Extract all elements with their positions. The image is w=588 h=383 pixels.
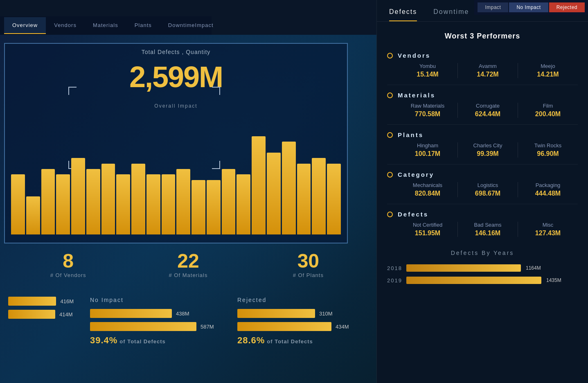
chart-bar [86, 169, 100, 234]
year-label: 2019 [387, 277, 401, 284]
category-section-plants: PlantsHingham100.17MCharles City99.39MTw… [377, 128, 588, 161]
cat-dot-vendors [387, 53, 393, 59]
chart-bar [222, 169, 236, 234]
cat-item-name: Yombu [398, 63, 457, 69]
list-item: Logistics698.67M [458, 182, 518, 197]
nav-item-vendors[interactable]: Vendors [46, 17, 85, 34]
stat-plants: 30 # Of Plants [248, 250, 368, 278]
impact-section: 416M 414M No Impact 438M 587M 39.4% of T… [0, 293, 376, 350]
category-section-defects: DefectsNot Certified151.95MBad Seams146.… [377, 207, 588, 240]
tab-defects[interactable]: Defects [389, 8, 417, 21]
chart-bar [116, 174, 130, 234]
chart-bar [26, 196, 40, 234]
category-divider [387, 204, 578, 204]
year-bar [406, 264, 521, 272]
cat-name-plants: Plants [398, 131, 424, 138]
chart-bar [267, 153, 281, 234]
cat-item-name: Mechanicals [398, 182, 457, 188]
list-item: Yombu15.14M [398, 63, 458, 78]
impact-col: 416M 414M [0, 293, 82, 350]
cat-dot-materials [387, 92, 393, 98]
cat-item-name: Raw Materials [398, 103, 457, 109]
rejected-btn[interactable]: Rejected [549, 2, 585, 12]
nav-item-downtime[interactable]: DowntimeImpact [160, 17, 222, 34]
no-impact-bar-row-1: 438M [90, 309, 221, 318]
year-row: 20191435M [387, 277, 578, 284]
impact-bar-1 [8, 297, 56, 306]
vendors-number: 8 [8, 250, 128, 272]
chart-bar [282, 142, 296, 234]
cat-items-vendors: Yombu15.14MAvamm14.72MMeejo14.21M [387, 63, 578, 78]
no-impact-bar-value-1: 438M [176, 311, 189, 317]
left-panel: Total Defects , Quantity 2,599M Overall … [0, 35, 376, 383]
chart-subtitle: Overall Impact [154, 103, 197, 109]
cat-item-name: Avamm [458, 63, 518, 69]
no-impact-pct-value: 39.4% [90, 335, 117, 345]
list-item: Raw Materials770.58M [398, 103, 458, 118]
cat-items-materials: Raw Materials770.58MCorrugate624.44MFilm… [387, 103, 578, 118]
no-impact-btn[interactable]: No Impact [509, 2, 548, 12]
years-section: Defects By Years 20181164M20191435M [377, 243, 588, 295]
year-value: 1435M [546, 277, 561, 283]
top-bar: Impact No Impact Rejected [474, 0, 588, 15]
tab-downtime[interactable]: Downtime [433, 8, 469, 21]
categories-container: VendorsYombu15.14MAvamm14.72MMeejo14.21M… [377, 49, 588, 240]
years-container: 20181164M20191435M [387, 264, 578, 284]
impact-btn[interactable]: Impact [478, 2, 508, 12]
impact-bar-value-1: 416M [60, 298, 74, 304]
stat-materials: 22 # Of Materials [128, 250, 248, 278]
rejected-col: Rejected 310M 434M 28.6% of Total Defect… [229, 293, 376, 350]
cat-dot-defects [387, 212, 393, 217]
no-impact-pct-label: of Total Defects [119, 338, 166, 345]
chart-bar [56, 174, 70, 234]
stat-vendors: 8 # Of Vendors [8, 250, 128, 278]
cat-item-value: 96.90M [518, 150, 578, 158]
category-divider [387, 85, 578, 85]
list-item: Bad Seams146.16M [458, 222, 518, 237]
cat-item-value: 770.58M [398, 110, 457, 118]
cat-items-defects: Not Certified151.95MBad Seams146.16MMisc… [387, 222, 578, 237]
materials-label: # Of Materials [128, 272, 248, 278]
impact-bar-row-1: 416M [8, 297, 74, 306]
nav-item-materials[interactable]: Materials [85, 17, 126, 34]
cat-item-name: Corrugate [458, 103, 518, 109]
chart-total-value: 2,599M [129, 60, 223, 94]
list-item: Twin Rocks96.90M [518, 142, 578, 158]
chart-bar [297, 164, 311, 234]
list-item: Corrugate624.44M [458, 103, 518, 118]
cat-item-name: Film [518, 103, 578, 109]
cat-item-name: Logistics [458, 182, 518, 188]
year-label: 2018 [387, 265, 401, 271]
chart-bar [312, 158, 326, 234]
category-section-materials: MaterialsRaw Materials770.58MCorrugate62… [377, 88, 588, 121]
category-divider [387, 124, 578, 125]
nav-item-overview[interactable]: Overview [4, 17, 46, 34]
cat-name-defects: Defects [398, 211, 428, 218]
list-item: Misc127.43M [518, 222, 578, 237]
plants-number: 30 [248, 250, 368, 272]
year-value: 1164M [526, 265, 541, 271]
rejected-pct-value: 28.6% [237, 335, 265, 345]
chart-bar [207, 180, 221, 234]
chart-bar [237, 174, 250, 234]
rejected-bar-value-1: 310M [319, 311, 333, 317]
rejected-bar-row-2: 434M [237, 322, 368, 331]
cat-dot-plants [387, 132, 393, 138]
nav-item-plants[interactable]: Plants [126, 17, 160, 34]
category-divider [387, 164, 578, 164]
cat-dot-category [387, 172, 393, 178]
cat-item-name: Packaging [518, 182, 578, 188]
cat-item-value: 200.40M [518, 110, 578, 118]
cat-item-value: 100.17M [398, 150, 457, 158]
no-impact-col: No Impact 438M 587M 39.4% of Total Defec… [82, 293, 229, 350]
category-section-category: CategoryMechanicals820.84MLogistics698.6… [377, 168, 588, 201]
list-item: Packaging444.48M [518, 182, 578, 197]
nav-bar: Overview Vendors Materials Plants Downti… [0, 16, 212, 35]
rejected-pct-label: of Total Defects [267, 338, 313, 345]
cat-item-name: Meejo [518, 63, 578, 69]
cat-item-name: Bad Seams [458, 222, 518, 228]
cat-item-value: 127.43M [518, 230, 578, 237]
cat-item-value: 146.16M [458, 230, 518, 237]
no-impact-title: No Impact [90, 297, 221, 303]
cat-item-value: 14.72M [458, 71, 518, 78]
